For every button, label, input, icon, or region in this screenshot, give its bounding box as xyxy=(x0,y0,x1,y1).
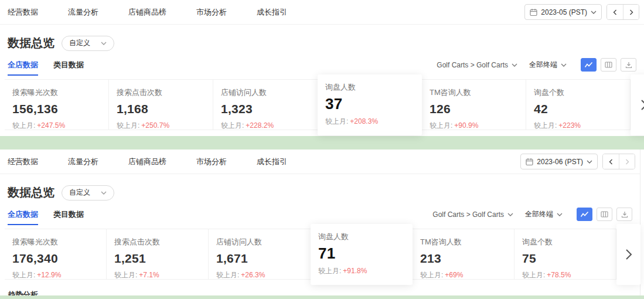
date-picker-button[interactable]: 2023-06 (PST) xyxy=(520,154,598,169)
compare-change: +250.7% xyxy=(141,121,169,130)
nav-item-product-ranking[interactable]: 店铺商品榜 xyxy=(128,157,166,167)
download-icon xyxy=(625,62,632,69)
nav-item-product-ranking[interactable]: 店铺商品榜 xyxy=(128,7,166,18)
metric-value: 1,323 xyxy=(221,102,318,116)
compare-label: 较上月: xyxy=(114,271,137,279)
nav-item-business-data[interactable]: 经营数据 xyxy=(8,157,38,167)
metric-title: TM咨询人数 xyxy=(430,87,526,98)
metric-card-search-clicks[interactable]: 搜索点击次数 1,251 较上月:+7.1% xyxy=(107,229,209,279)
nav-item-business-data[interactable]: 经营数据 xyxy=(8,7,38,18)
terminal-filter[interactable]: 全部终端 xyxy=(525,209,563,219)
metric-title: TM咨询人数 xyxy=(420,237,514,247)
compare-label: 较上月: xyxy=(534,121,557,130)
prev-month-button[interactable] xyxy=(607,5,623,19)
table-view-button[interactable] xyxy=(601,58,616,72)
line-chart-icon xyxy=(580,211,589,218)
metric-title: 搜索曝光次数 xyxy=(12,87,108,98)
chart-view-button[interactable] xyxy=(577,208,592,221)
category-filter[interactable]: Golf Carts > Golf Carts xyxy=(432,210,513,219)
cards-scroll-next-button[interactable] xyxy=(616,224,640,285)
metric-cards-row: 搜索曝光次数 176,340 较上月:+12.9% 搜索点击次数 1,251 较… xyxy=(5,229,640,280)
metric-card-search-impressions[interactable]: 搜索曝光次数 176,340 较上月:+12.9% xyxy=(5,229,107,279)
chevron-down-icon xyxy=(101,191,107,195)
nav-item-market-analysis[interactable]: 市场分析 xyxy=(196,7,227,18)
nav-item-growth-guide[interactable]: 成长指引 xyxy=(257,7,287,18)
next-month-button-disabled[interactable] xyxy=(619,154,635,169)
compare-label: 较上月: xyxy=(216,271,239,279)
green-divider-band xyxy=(0,136,644,150)
compare-change: +12.9% xyxy=(37,271,61,279)
tabs-filter-row: 全店数据 类目数据 Golf Carts > Golf Carts 全部终端 xyxy=(0,208,640,225)
metric-card-inquiry-count[interactable]: 询盘个数 42 较上月:+223% xyxy=(526,80,631,130)
date-picker-button[interactable]: 2023-05 (PST) xyxy=(524,4,602,20)
tab-store-data[interactable]: 全店数据 xyxy=(8,60,38,76)
category-filter-value: Golf Carts > Golf Carts xyxy=(437,61,508,69)
date-label: 2023-05 (PST) xyxy=(541,8,587,16)
metric-title: 搜索点击次数 xyxy=(114,237,208,247)
calendar-icon xyxy=(530,8,537,16)
metric-value: 156,136 xyxy=(12,102,108,116)
metric-title: 店铺访问人数 xyxy=(216,237,311,247)
category-filter-value: Golf Carts > Golf Carts xyxy=(432,210,504,219)
chart-view-button[interactable] xyxy=(581,58,597,72)
calendar-icon xyxy=(526,158,533,166)
metric-title: 搜索点击次数 xyxy=(117,87,213,98)
range-select[interactable]: 自定义 xyxy=(62,185,114,201)
nav-item-traffic-analysis[interactable]: 流量分析 xyxy=(68,157,98,167)
nav-item-market-analysis[interactable]: 市场分析 xyxy=(196,157,227,167)
view-toggle-group xyxy=(577,208,632,221)
line-chart-icon xyxy=(584,62,593,68)
panel-may: 经营数据 流量分析 店铺商品榜 市场分析 成长指引 2023-05 (PST) … xyxy=(0,0,644,136)
next-month-button[interactable] xyxy=(623,5,639,19)
download-button[interactable] xyxy=(621,58,636,72)
metric-value: 1,671 xyxy=(216,252,311,266)
compare-change: +90.9% xyxy=(454,121,478,130)
terminal-filter[interactable]: 全部终端 xyxy=(529,60,567,70)
nav-item-growth-guide[interactable]: 成长指引 xyxy=(257,157,287,167)
panel-june: 经营数据 流量分析 店铺商品榜 市场分析 成长指引 2023-06 (PST) … xyxy=(0,150,640,299)
metric-title: 询盘个数 xyxy=(534,87,630,98)
metric-card-store-visitors[interactable]: 店铺访问人数 1,671 较上月:+26.3% xyxy=(209,229,311,279)
top-nav-bar: 经营数据 流量分析 店铺商品榜 市场分析 成长指引 2023-05 (PST) xyxy=(0,0,644,25)
metric-card-tm-consult-people[interactable]: TM咨询人数 213 较上月:+69% xyxy=(413,229,514,279)
nav-item-traffic-analysis[interactable]: 流量分析 xyxy=(68,7,98,18)
metric-title: 询盘人数 xyxy=(318,232,413,242)
tab-category-data[interactable]: 类目数据 xyxy=(53,60,84,76)
compare-label: 较上月: xyxy=(221,121,244,130)
category-filter[interactable]: Golf Carts > Golf Carts xyxy=(437,61,517,69)
cards-scroll-next-button[interactable] xyxy=(631,74,644,135)
chevron-right-icon xyxy=(625,249,632,260)
chevron-left-icon xyxy=(609,159,613,165)
section-header: 数据总览 自定义 xyxy=(0,174,640,201)
compare-change: +228.2% xyxy=(246,121,274,130)
page-title: 数据总览 xyxy=(8,185,54,201)
metric-value: 71 xyxy=(318,244,413,263)
metric-card-store-visitors[interactable]: 店铺访问人数 1,323 较上月:+228.2% xyxy=(213,80,318,130)
tab-category-data[interactable]: 类目数据 xyxy=(53,209,84,225)
table-view-button[interactable] xyxy=(597,208,612,221)
compare-label: 较上月: xyxy=(522,271,545,279)
tab-store-data[interactable]: 全店数据 xyxy=(8,209,38,225)
range-select-value: 自定义 xyxy=(69,188,90,198)
download-button[interactable] xyxy=(616,208,632,221)
metric-cards-row: 搜索曝光次数 156,136 较上月:+247.5% 搜索点击次数 1,168 … xyxy=(5,79,644,130)
metric-card-search-clicks[interactable]: 搜索点击次数 1,168 较上月:+250.7% xyxy=(109,80,213,130)
metric-card-search-impressions[interactable]: 搜索曝光次数 156,136 较上月:+247.5% xyxy=(5,80,109,130)
prev-month-button[interactable] xyxy=(603,154,619,169)
compare-label: 较上月: xyxy=(420,271,443,279)
compare-label: 较上月: xyxy=(12,121,35,130)
topbar-right: 2023-06 (PST) xyxy=(520,154,635,169)
metric-card-inquiry-people-selected[interactable]: 询盘人数 37 较上月:+208.3% xyxy=(318,74,422,135)
month-pager xyxy=(602,154,635,169)
metric-value: 37 xyxy=(325,95,422,113)
metric-card-inquiry-count[interactable]: 询盘个数 75 较上月:+78.5% xyxy=(514,229,616,279)
terminal-filter-value: 全部终端 xyxy=(529,60,557,70)
metric-card-inquiry-people-selected[interactable]: 询盘人数 71 较上月:+91.8% xyxy=(311,224,413,285)
range-select-value: 自定义 xyxy=(69,38,90,48)
metric-card-tm-consult-people[interactable]: TM咨询人数 126 较上月:+90.9% xyxy=(422,80,526,130)
chevron-right-icon xyxy=(640,99,644,111)
metric-value: 213 xyxy=(420,252,514,266)
compare-change: +208.3% xyxy=(350,117,378,125)
range-select[interactable]: 自定义 xyxy=(62,36,114,51)
metric-value: 75 xyxy=(522,252,616,266)
